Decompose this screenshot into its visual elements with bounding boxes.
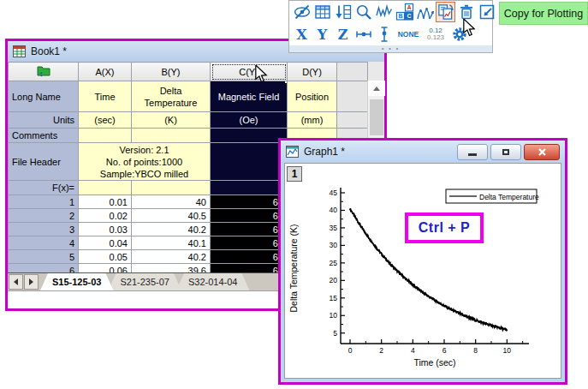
row-label-fx[interactable]: F(x)= (9, 181, 79, 195)
sparklines-button[interactable] (374, 2, 394, 22)
data-cell[interactable]: 61 (211, 209, 288, 223)
data-cell[interactable]: 0.01 (79, 195, 132, 209)
data-cell[interactable]: 62 (211, 236, 288, 250)
export-graph-button[interactable] (477, 2, 496, 22)
annotation-text: Ctrl + P (419, 220, 470, 236)
none-label-button[interactable]: NONE (395, 24, 422, 45)
close-button[interactable] (524, 144, 560, 160)
row-number[interactable]: 4 (9, 236, 79, 250)
toolbar-grip[interactable]: • • • (289, 45, 492, 52)
row-label-units[interactable]: Units (9, 112, 79, 129)
svg-text:5: 5 (333, 329, 337, 338)
layer-1-button[interactable]: 1 (287, 166, 302, 182)
column-header-dy[interactable]: D(Y) (288, 63, 337, 81)
data-cell[interactable]: 40 (132, 195, 211, 209)
fx-0[interactable] (79, 181, 132, 195)
plot-area: 510152025303540450246810Time (sec)Delta … (285, 164, 561, 377)
data-cell[interactable]: 0.02 (79, 209, 132, 223)
long-name-2[interactable]: Magnetic Field (211, 81, 288, 112)
restore-icon (502, 149, 509, 155)
y-column-button[interactable]: Y (312, 24, 332, 45)
comments-0[interactable] (79, 129, 132, 143)
row-label-file-header[interactable]: File Header (9, 143, 79, 181)
file-header-c[interactable] (211, 143, 288, 181)
units-0[interactable]: (sec) (79, 112, 132, 129)
fill-column-button[interactable] (333, 2, 353, 22)
svg-text:6: 6 (442, 346, 447, 355)
row-number[interactable]: 2 (9, 209, 79, 223)
column-label-button[interactable]: A B C (395, 2, 414, 22)
graph1-window[interactable]: Graph1 * 1 510152025303540450246810Time … (278, 138, 567, 385)
row-label-comments[interactable]: Comments (9, 129, 79, 143)
units-3[interactable]: (mm) (288, 112, 337, 129)
data-cell[interactable]: 0.05 (79, 250, 132, 264)
fit-peaks-button[interactable] (415, 2, 435, 22)
row-number[interactable]: 5 (9, 250, 79, 264)
data-cell[interactable]: 40.1 (132, 236, 211, 250)
export-graph-icon (478, 3, 496, 21)
number-format-button[interactable]: 0.12 0.123 (423, 24, 448, 45)
annotation-box[interactable]: Ctrl + P (405, 212, 484, 243)
sheet-tab-s15-125-03[interactable]: S15-125-03 (40, 273, 114, 290)
column-header-ax[interactable]: A(X) (79, 63, 132, 81)
z-column-button[interactable]: Z (333, 24, 353, 45)
y-error-bar-button[interactable] (374, 24, 394, 45)
svg-text:2: 2 (379, 346, 383, 355)
long-name-0[interactable]: Time (79, 81, 132, 112)
graph-page[interactable]: 1 510152025303540450246810Time (sec)Delt… (284, 163, 561, 379)
corner-cell[interactable] (9, 63, 79, 81)
comments-2[interactable] (211, 129, 288, 143)
data-cell[interactable]: 40.2 (132, 223, 211, 236)
long-name-3[interactable]: Position (288, 81, 337, 112)
svg-text:Delta Temperature: Delta Temperature (479, 193, 539, 201)
long-name-1[interactable]: Delta Temperature (132, 81, 211, 112)
mouse-cursor-column-header (254, 65, 268, 83)
header-filler (337, 63, 368, 81)
units-1[interactable]: (K) (132, 112, 211, 129)
zoom-button[interactable] (353, 2, 373, 22)
z-label: Z (334, 27, 352, 43)
copy-for-plotting-button[interactable] (436, 2, 455, 22)
svg-text:10: 10 (330, 311, 338, 320)
tab-scroll-left-button[interactable] (9, 274, 23, 290)
file-header-cell[interactable]: Version: 2.1No. of points:1000Sample:YBC… (79, 143, 211, 181)
column-header-by[interactable]: B(Y) (132, 63, 211, 81)
number-format-icon: 0.12 0.123 (424, 27, 448, 41)
restore-button[interactable] (490, 144, 521, 160)
up-arrow-icon (373, 87, 380, 91)
row-number[interactable]: 1 (9, 195, 79, 209)
tab-scroll-right-button[interactable] (24, 274, 39, 290)
abc-label-icon: A B C (395, 3, 414, 21)
x-error-bar-button[interactable] (353, 24, 373, 45)
data-cell[interactable]: 63 (211, 250, 288, 264)
close-icon (538, 147, 547, 157)
data-cell[interactable]: 0.03 (79, 223, 132, 236)
data-cell[interactable]: 60 (211, 195, 288, 209)
minimize-button[interactable] (457, 144, 488, 160)
row-label-long-name[interactable]: Long Name (9, 81, 79, 112)
sheet-tabs: S15-125-03S21-235-07S32-014-04 (45, 273, 250, 290)
graph1-titlebar[interactable]: Graph1 * (281, 141, 565, 163)
selection-handle[interactable] (284, 81, 288, 85)
comments-1[interactable] (132, 129, 211, 143)
eye-slash-icon (293, 3, 312, 21)
x-column-button[interactable]: X (292, 24, 312, 45)
none-label: NONE (395, 30, 421, 39)
sheet-tab-s32-014-04[interactable]: S32-014-04 (176, 273, 250, 290)
scroll-up-button[interactable] (368, 81, 385, 96)
scrollbar-thumb[interactable] (370, 99, 383, 135)
data-cell[interactable]: 61 (211, 223, 288, 236)
data-cell[interactable]: 40.2 (132, 250, 211, 264)
insert-table-button[interactable] (312, 2, 332, 22)
sheet-tab-s21-235-07[interactable]: S21-235-07 (109, 273, 182, 290)
units-2[interactable]: (Oe) (211, 112, 288, 129)
data-cell[interactable]: 40.5 (132, 209, 211, 223)
hide-button[interactable] (292, 2, 312, 22)
copy-for-plotting-icon (437, 3, 454, 21)
minimize-icon (468, 153, 477, 156)
fx-1[interactable] (132, 181, 211, 195)
data-cell[interactable]: 0.04 (79, 236, 132, 250)
fx-2[interactable] (211, 181, 288, 195)
row-number[interactable]: 3 (9, 223, 79, 236)
column-header-cy[interactable]: C(Y) (211, 63, 288, 81)
